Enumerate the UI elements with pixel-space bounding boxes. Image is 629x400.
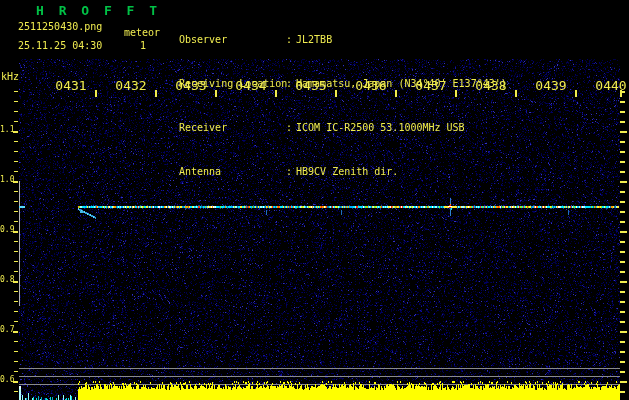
time-tick-0432: 0432 <box>113 79 149 92</box>
datetime-text: 25.11.25 04:30 <box>18 41 102 51</box>
info-row-observer: Observer:JL2TBB <box>179 35 507 47</box>
filename-text: 2511250430.png <box>18 22 102 32</box>
colon: : <box>286 166 292 177</box>
antenna-label: Antenna <box>179 167 286 177</box>
colon: : <box>286 122 292 133</box>
freq-tick-0.6: 0.6 <box>0 376 13 384</box>
time-tick-0439: 0439 <box>533 79 569 92</box>
time-tick-0434: 0434 <box>233 79 269 92</box>
receiver-label: Receiver <box>179 123 286 133</box>
observer-label: Observer <box>179 35 286 45</box>
app-title: H R O F F T <box>36 4 161 17</box>
observer-value: JL2TBB <box>296 34 332 45</box>
info-row-antenna: Antenna:HB9CV Zenith dir. <box>179 167 507 179</box>
freq-tick-1.1: 1.1 <box>0 126 13 134</box>
hrofft-screen: { "colors": { "title_green": "#00c146", … <box>0 0 629 400</box>
freq-tick-1.0: 1.0 <box>0 176 13 184</box>
time-tick-0438: 0438 <box>473 79 509 92</box>
time-tick-0435: 0435 <box>293 79 329 92</box>
time-tick-0431: 0431 <box>53 79 89 92</box>
mode-text: meteor <box>124 28 160 38</box>
antenna-value: HB9CV Zenith dir. <box>296 166 398 177</box>
time-tick-0437: 0437 <box>413 79 449 92</box>
colon: : <box>286 78 292 89</box>
freq-tick-0.9: 0.9 <box>0 226 13 234</box>
info-row-receiver: Receiver:ICOM IC-R2500 53.1000MHz USB <box>179 123 507 135</box>
info-row-location: Receiving Location:Hamamatsu, Japan (N34… <box>179 79 507 91</box>
time-tick-0436: 0436 <box>353 79 389 92</box>
meteor-count: 1 <box>140 41 146 51</box>
colon: : <box>286 34 292 45</box>
time-tick-0440: 0440 <box>593 79 629 92</box>
freq-tick-0.8: 0.8 <box>0 276 13 284</box>
observation-info: Observer:JL2TBB Receiving Location:Hamam… <box>179 3 507 195</box>
freq-tick-0.7: 0.7 <box>0 326 13 334</box>
freq-unit-label: kHz <box>1 72 19 82</box>
receiver-value: ICOM IC-R2500 53.1000MHz USB <box>296 122 465 133</box>
time-tick-0433: 0433 <box>173 79 209 92</box>
